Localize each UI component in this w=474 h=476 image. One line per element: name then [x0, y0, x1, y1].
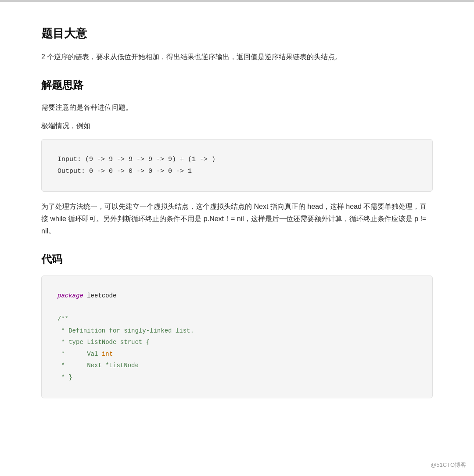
example-code-content: Input: (9 -> 9 -> 9 -> 9 -> 9) + (1 -> )… — [57, 154, 417, 177]
desc-carry: 需要注意的是各种进位问题。 — [41, 101, 433, 114]
title-summary: 题目大意 — [41, 24, 433, 43]
comment-type-struct: * type ListNode struct { — [57, 339, 150, 346]
example-code-block: Input: (9 -> 9 -> 9 -> 9 -> 9) + (1 -> )… — [41, 139, 433, 192]
comment-val-field: * Val int — [57, 351, 113, 358]
code-block-main: package leetcode /** * Definition for si… — [41, 276, 433, 398]
comment-jsdoc-open: /** — [57, 315, 68, 322]
desc-summary: 2 个逆序的链表，要求从低位开始相加，得出结果也逆序输出，返回值是逆序结果链表的… — [41, 51, 433, 63]
title-code: 代码 — [41, 251, 433, 268]
code-content-main: package leetcode /** * Definition for si… — [57, 290, 417, 383]
comment-struct-close: * } — [57, 374, 72, 381]
title-approach: 解题思路 — [41, 76, 433, 94]
comment-next-field: * Next *ListNode — [57, 362, 139, 369]
desc-approach-detail: 为了处理方法统一，可以先建立一个虚拟头结点，这个虚拟头结点的 Next 指向真正… — [41, 200, 433, 237]
keyword-package: package — [57, 292, 83, 299]
main-container: 题目大意 2 个逆序的链表，要求从低位开始相加，得出结果也逆序输出，返回值是逆序… — [18, 2, 456, 425]
desc-edge-case-intro: 极端情况，例如 — [41, 120, 433, 132]
comment-definition: * Definition for singly-linked list. — [57, 327, 194, 334]
